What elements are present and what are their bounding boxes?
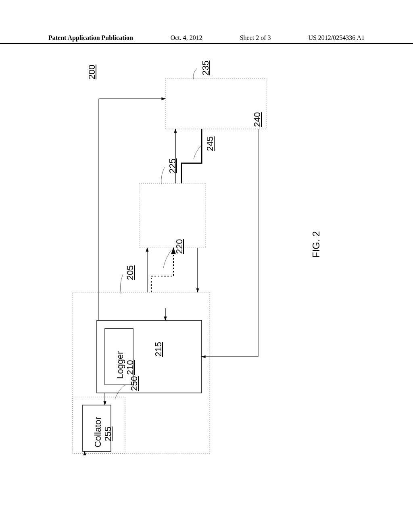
publication-type: Patent Application Publication <box>48 34 133 42</box>
publication-date: Oct. 4, 2012 <box>171 34 202 42</box>
ref-235: 235 <box>200 60 211 75</box>
ref-245: 245 <box>205 136 215 151</box>
ref-240: 240 <box>252 112 263 127</box>
svg-rect-3 <box>139 183 206 248</box>
ref-205: 205 <box>125 265 136 280</box>
ref-250: 250 <box>129 376 140 391</box>
publication-number: US 2012/0254336 A1 <box>308 34 365 42</box>
ref-225: 225 <box>167 158 178 173</box>
figure-label: FIG. 2 <box>311 231 322 258</box>
svg-rect-1 <box>97 320 202 393</box>
svg-rect-4 <box>165 79 266 129</box>
figure-diagram: 200 205 215 220 225 235 240 245 250 Logg… <box>60 66 294 457</box>
ref-210: 210 <box>125 360 136 375</box>
ref-255: 255 <box>103 426 113 441</box>
ref-200: 200 <box>87 64 97 79</box>
sheet-number: Sheet 2 of 3 <box>240 34 271 42</box>
collator-label: Collator <box>93 417 103 447</box>
ref-220: 220 <box>174 239 185 254</box>
logger-label: Logger <box>115 351 125 379</box>
ref-215: 215 <box>153 342 164 357</box>
page-header: Patent Application Publication Oct. 4, 2… <box>0 34 413 44</box>
